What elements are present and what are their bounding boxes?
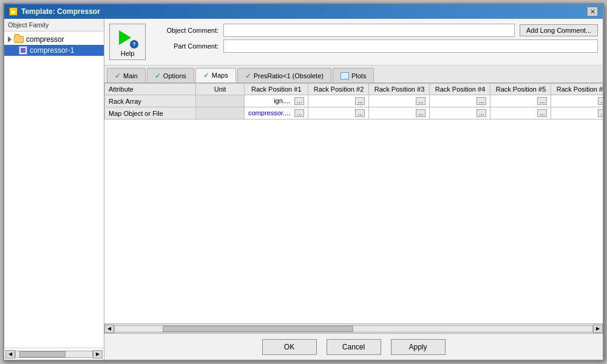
ellipsis-button[interactable]: ...: [416, 97, 426, 105]
cell-rack1: compressor.... ...: [245, 107, 308, 120]
cell-rack2: ...: [308, 107, 369, 120]
table-header-row: Attribute Unit Rack Position #1 Rack Pos…: [105, 84, 603, 95]
bottom-bar: OK Cancel Apply: [104, 333, 603, 360]
cancel-button[interactable]: Cancel: [327, 339, 381, 355]
object-icon: [19, 46, 27, 55]
cell-value: ign....: [274, 97, 290, 104]
sidebar: Object Family compressor compressor-1: [4, 19, 104, 360]
tab-options[interactable]: ✓ Options: [147, 68, 194, 83]
top-section: ? Help Object Comment: Add Long Comment.…: [104, 19, 603, 66]
part-comment-label: Part Comment:: [152, 42, 219, 50]
object-comment-row: Object Comment: Add Long Comment...: [152, 24, 598, 37]
table-scroll-area[interactable]: Attribute Unit Rack Position #1 Rack Pos…: [104, 83, 603, 323]
image-icon: [341, 72, 349, 79]
sidebar-tree: compressor compressor-1: [4, 32, 104, 348]
ellipsis-button[interactable]: ...: [598, 109, 603, 117]
tabs-bar: ✓ Main ✓ Options ✓ Maps ✓ PresRatio<1 (O…: [104, 66, 603, 83]
tab-check-icon: ✓: [203, 71, 209, 79]
add-long-comment-button[interactable]: Add Long Comment...: [520, 24, 598, 36]
cell-rack3: ...: [369, 95, 430, 107]
cell-rack1: ign.... ...: [245, 95, 308, 107]
sidebar-header: Object Family: [4, 19, 104, 32]
cell-attribute: Rack Array: [105, 95, 196, 107]
ellipsis-button[interactable]: ...: [355, 109, 365, 117]
main-area: ? Help Object Comment: Add Long Comment.…: [104, 19, 603, 360]
col-rack4: Rack Position #4: [430, 84, 490, 95]
tab-plots-label: Plots: [351, 72, 366, 79]
cell-unit: [196, 95, 245, 107]
scroll-left-arrow[interactable]: ◀: [104, 325, 114, 333]
scroll-thumb[interactable]: [163, 326, 354, 332]
window-title: Template: Compressor: [21, 7, 100, 16]
cell-rack5: ...: [490, 95, 551, 107]
sidebar-item-label: compressor-1: [30, 46, 74, 55]
table-area: Attribute Unit Rack Position #1 Rack Pos…: [104, 83, 603, 333]
cell-rack4: ...: [430, 107, 490, 120]
col-attribute: Attribute: [105, 84, 196, 95]
help-question-icon: ?: [130, 40, 138, 49]
folder-icon: [14, 36, 24, 43]
object-comment-label: Object Comment:: [152, 27, 219, 34]
cell-rack4: ...: [430, 95, 490, 107]
scroll-right-arrow[interactable]: ▶: [593, 325, 603, 333]
main-window: ▶ Template: Compressor ✕ Object Family c…: [3, 3, 604, 361]
table-horizontal-scrollbar[interactable]: ◀ ▶: [104, 323, 603, 333]
cell-attribute: Map Object or File: [105, 107, 196, 120]
sidebar-bottom-scroll: ◀ ▶: [4, 348, 104, 360]
col-rack3: Rack Position #3: [369, 84, 430, 95]
tab-plots[interactable]: Plots: [333, 68, 374, 83]
scroll-right-arrow[interactable]: ▶: [93, 350, 103, 359]
titlebar-icon: ▶: [9, 7, 18, 16]
tab-presratio-label: PresRatio<1 (Obsolete): [254, 72, 324, 79]
part-comment-input[interactable]: [223, 39, 598, 53]
object-icon-inner: [21, 48, 25, 53]
tab-presratio[interactable]: ✓ PresRatio<1 (Obsolete): [237, 68, 331, 83]
tab-check-icon: ✓: [155, 72, 161, 80]
cell-rack2: ...: [308, 95, 369, 107]
tree-expand-arrow: [8, 36, 12, 42]
titlebar: ▶ Template: Compressor ✕: [4, 4, 603, 19]
col-rack5: Rack Position #5: [490, 84, 551, 95]
col-rack6: Rack Position #6: [551, 84, 603, 95]
tab-main-label: Main: [123, 72, 138, 79]
object-comment-input[interactable]: [223, 24, 515, 37]
close-button[interactable]: ✕: [587, 7, 598, 16]
help-icon: ?: [117, 27, 138, 49]
ellipsis-button[interactable]: ...: [416, 109, 426, 117]
data-table: Attribute Unit Rack Position #1 Rack Pos…: [104, 83, 603, 120]
help-button[interactable]: ? Help: [109, 24, 146, 60]
cell-rack5: ...: [490, 107, 551, 120]
col-rack2: Rack Position #2: [308, 84, 369, 95]
ellipsis-button[interactable]: ...: [598, 97, 603, 105]
cell-value: compressor....: [248, 109, 290, 116]
tab-options-label: Options: [163, 72, 186, 79]
scroll-left-arrow[interactable]: ◀: [5, 350, 15, 359]
col-rack1: Rack Position #1: [245, 84, 308, 95]
comments-section: Object Comment: Add Long Comment... Part…: [152, 24, 598, 53]
ellipsis-button[interactable]: ...: [537, 97, 547, 105]
help-arrow-icon: [119, 30, 131, 45]
col-unit: Unit: [196, 84, 245, 95]
sidebar-item-label: compressor: [26, 35, 64, 44]
titlebar-left: ▶ Template: Compressor: [9, 7, 100, 16]
ellipsis-button[interactable]: ...: [355, 97, 365, 105]
ellipsis-button[interactable]: ...: [537, 109, 547, 117]
sidebar-item-compressor[interactable]: compressor: [4, 34, 104, 45]
apply-button[interactable]: Apply: [391, 339, 446, 355]
ellipsis-button[interactable]: ...: [294, 97, 304, 105]
cell-rack3: ...: [369, 107, 430, 120]
tab-maps-label: Maps: [212, 72, 228, 79]
ok-button[interactable]: OK: [262, 339, 317, 355]
ellipsis-button[interactable]: ...: [476, 109, 486, 117]
content-area: Object Family compressor compressor-1: [4, 19, 603, 360]
tab-check-icon: ✓: [245, 72, 251, 80]
cell-rack6: ...: [551, 95, 603, 107]
tab-main[interactable]: ✓ Main: [107, 68, 146, 83]
ellipsis-button[interactable]: ...: [476, 97, 486, 105]
tab-maps[interactable]: ✓ Maps: [195, 68, 236, 83]
sidebar-item-compressor-1[interactable]: compressor-1: [4, 45, 104, 56]
ellipsis-button[interactable]: ...: [294, 109, 304, 117]
help-label: Help: [121, 50, 135, 57]
table-row: Rack Array ign.... ... ...: [105, 95, 603, 107]
part-comment-row: Part Comment:: [152, 39, 598, 53]
